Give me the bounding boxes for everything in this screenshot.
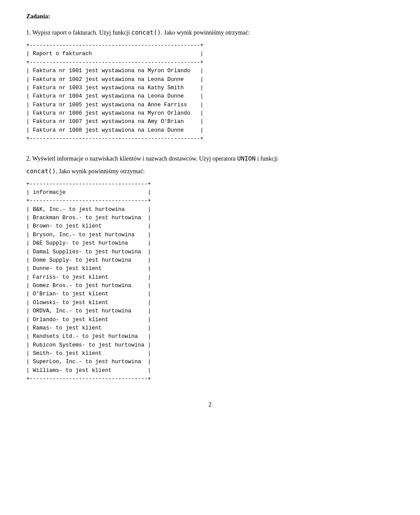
page-content: Zadania: 1. Wypisz raport o fakturach. U… (26, 13, 394, 408)
task2-section: 2. Wyświetl informacje o nazwiskach klie… (26, 154, 394, 384)
task2-desc1: Wyświetl informacje o nazwiskach klientó… (32, 155, 198, 162)
task1-desc1: Wypisz raport o fakturach. Użyj funkcji (32, 29, 132, 36)
task2-output: +------------------------------------+ |… (26, 180, 394, 384)
task1-number: 1. Wypisz raport o fakturach. Użyj funkc… (26, 28, 394, 37)
task2-desc2: Użyj operatora (199, 155, 237, 162)
task2-desc4: . Jako wynik powinniśmy otrzymać: (56, 168, 144, 175)
task1-code1: concat() (131, 29, 161, 36)
task2-desc3: i funkcji (256, 155, 278, 162)
task2-code1: UNION (237, 155, 256, 162)
task1-section: 1. Wypisz raport o fakturach. Użyj funkc… (26, 28, 394, 144)
zadania-label: Zadania: (26, 13, 50, 20)
task1-desc2: . Jako wynik powinniśmy otrzymać: (161, 29, 250, 36)
task1-num: 1. (26, 29, 31, 36)
task2-desc-line2: concat(). Jako wynik powinniśmy otrzymać… (26, 167, 394, 176)
page-number: 2 (209, 401, 212, 408)
task1-output: +---------------------------------------… (26, 42, 394, 144)
task2-code2: concat() (26, 168, 56, 175)
task2-desc: 2. Wyświetl informacje o nazwiskach klie… (26, 154, 394, 163)
zadania-header: Zadania: (26, 13, 394, 20)
page-footer: 2 (26, 401, 394, 408)
task2-num: 2. (26, 155, 31, 162)
